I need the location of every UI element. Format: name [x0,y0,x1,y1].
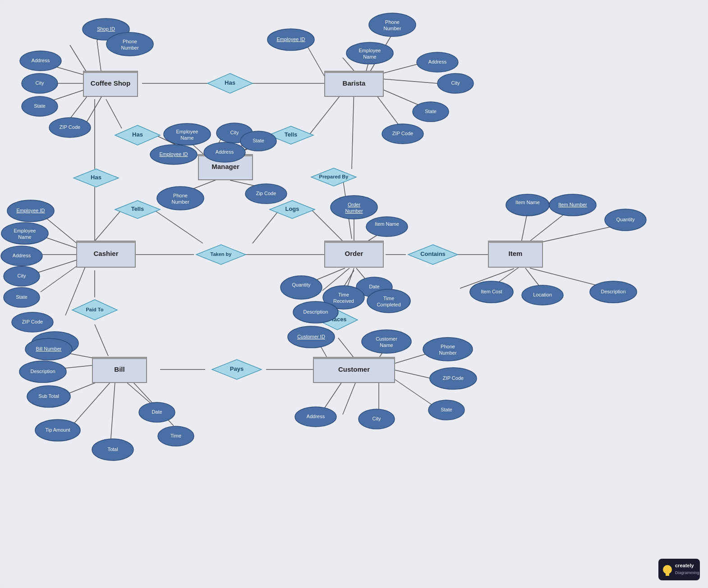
manager-label: Manager [211,163,239,170]
zip-mgr-label: Zip Code [256,191,276,196]
time-bill-label: Time [170,433,181,438]
address-cs-label: Address [32,58,50,63]
order-number-label2: Number [345,208,363,214]
pays-label: Pays [230,365,244,372]
order-number-attr [331,196,377,219]
time-completed-label1: Time [383,296,394,301]
entity-border-top [313,357,395,359]
customer-name-label2: Name [380,342,393,348]
zip-cs-label: ZIP Code [60,124,80,130]
empid-barista-label: Employee ID [277,36,305,42]
address-customer-label: Address [307,414,325,419]
itemname-order-label1: Item Name [375,221,399,227]
prepared-by-label: Prepared By [319,174,349,179]
state-customer-label: State [441,407,452,412]
zip-cashier-label: ZIP Code [22,319,43,324]
coffee-shop-label: Coffee Shop [91,79,130,87]
phone-customer-label2: Number [439,350,456,356]
has3-label: Has [91,174,101,181]
item-number-label: Item Number [558,202,587,207]
empname-cashier-label1: Employee [14,228,36,233]
barista-label: Barista [343,79,366,87]
entity-border-top [325,71,383,73]
empname-barista-label2: Name [363,54,376,59]
address-barista-label: Address [428,59,447,64]
entity-border-top [77,241,135,243]
state-cs-label: State [34,103,46,109]
city-customer-label: City [372,416,381,421]
taken-by-label: Taken by [211,251,232,257]
tells2-label: Tells [131,205,144,212]
customer-name-label1: Customer [376,336,397,342]
entity-border-top [92,357,147,359]
date-bill-label: Date [152,409,162,415]
bill-number-label: Bill Number [36,346,62,351]
itemname-order-attr [366,217,408,237]
item-cost-label: Item Cost [481,289,502,294]
has2-label: Has [132,131,143,138]
location-item-label: Location [533,292,552,297]
city-mgr-label: City [230,130,239,135]
empname-mgr-label1: Employee [176,129,198,134]
state-barista-label: State [425,109,437,114]
qty-order-attr [280,276,322,299]
address-mgr-label: Address [216,149,234,155]
customer-label: Customer [338,365,370,373]
has1-label: Has [225,79,235,86]
zip-customer-label: ZIP Code [443,375,464,381]
shop-id-label: Shop ID [97,26,115,32]
phone-cs-attr [106,32,153,56]
phone-barista-attr [369,13,416,36]
diagramming-label: Diagramming [675,570,699,575]
phone-barista-label-line2: Number [383,26,401,31]
time-received-label1: Time [338,292,349,297]
phone-mgr-label1: Phone [173,193,188,198]
desc-order-label: Description [303,309,328,315]
state-mgr-label: State [253,138,264,143]
logs-label: Logs [285,205,299,212]
bill-label: Bill [114,365,124,373]
svg-text:Number: Number [121,45,138,50]
er-diagram: Coffee Shop Barista Manager Cashier Orde… [0,0,708,588]
time-received-label2: Received [333,298,354,304]
empname-mgr-label2: Name [180,135,193,141]
phone-mgr-label2: Number [171,199,189,205]
empname-barista-label1: Employee [359,48,381,53]
city-barista-label: City [451,80,460,86]
bulb-base [666,574,669,576]
qty-order-label1: Quantity [292,282,311,287]
city-cs-label: City [36,80,44,86]
tells1-label: Tells [285,131,298,138]
contains-label: Contains [420,251,446,257]
empname-cashier-attr [1,223,48,244]
itemname-item-attr [506,194,549,216]
time-completed-label2: Completed [377,302,400,307]
empname-cashier-label2: Name [18,234,31,240]
desc-bill-label: Description [30,369,55,374]
date-order-label: Date [369,284,379,289]
entity-border-top [488,241,542,243]
state-cashier-label: State [16,294,28,300]
creately-label: creately [675,563,694,568]
zip-barista-label: ZIP Code [392,131,413,136]
phone-cs-label: Phone [123,39,137,44]
customer-id-label: Customer ID [297,334,325,339]
paid-to-label: Paid To [86,307,104,312]
item-label: Item [509,250,523,257]
empname-barista-attr [346,42,393,64]
city-cashier-label: City [18,273,26,278]
total-bill-label: Total [107,447,118,452]
order-number-label1: Order [348,202,360,207]
phone-customer-attr [423,337,473,361]
subtotal-bill-label: Sub Total [38,393,59,399]
empid-mgr-label: Employee ID [160,151,188,157]
phone-customer-label1: Phone [441,344,455,349]
desc-item-label: Description [601,289,625,294]
empname-mgr-attr [164,123,211,145]
phone-mgr-attr [157,187,204,210]
entity-border-top [83,71,138,73]
entity-border-top [325,241,383,243]
time-completed-attr [367,289,410,313]
order-label: Order [345,250,363,257]
address-cashier-label: Address [13,253,31,258]
